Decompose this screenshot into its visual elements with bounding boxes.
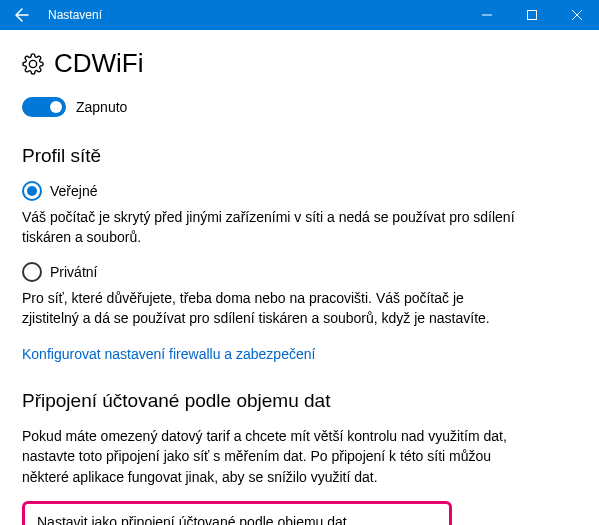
profile-private-desc: Pro síť, které důvěřujete, třeba doma ne… (22, 288, 522, 329)
window-title: Nastavení (44, 0, 464, 30)
maximize-button[interactable] (509, 0, 554, 30)
content-area: CDWiFi Zapnuto Profil sítě Veřejné Váš p… (0, 30, 599, 525)
titlebar: Nastavení (0, 0, 599, 30)
minimize-button[interactable] (464, 0, 509, 30)
gear-icon (22, 53, 44, 75)
close-button[interactable] (554, 0, 599, 30)
metered-heading: Připojení účtované podle objemu dat (22, 390, 577, 412)
profile-public-desc: Váš počítač je skrytý před jinými zaříze… (22, 207, 522, 248)
metered-toggle-title: Nastavit jako připojení účtované podle o… (37, 514, 437, 525)
firewall-settings-link[interactable]: Konfigurovat nastavení firewallu a zabez… (22, 346, 315, 362)
maximize-icon (527, 10, 537, 20)
minimize-icon (482, 10, 492, 20)
profile-public-radio[interactable] (22, 181, 42, 201)
profile-private-radio[interactable] (22, 262, 42, 282)
back-button[interactable] (0, 0, 44, 30)
profile-private-label: Privátní (50, 264, 97, 280)
svg-rect-1 (527, 11, 536, 20)
page-title: CDWiFi (54, 48, 144, 79)
profile-public-row[interactable]: Veřejné (22, 181, 577, 201)
profile-private-row[interactable]: Privátní (22, 262, 577, 282)
metered-toggle-highlight: Nastavit jako připojení účtované podle o… (22, 501, 452, 525)
profile-public-label: Veřejné (50, 183, 97, 199)
network-profile-heading: Profil sítě (22, 145, 577, 167)
metered-desc: Pokud máte omezený datový tarif a chcete… (22, 426, 522, 487)
window-controls (464, 0, 599, 30)
wifi-enabled-toggle-row: Zapnuto (22, 97, 577, 117)
arrow-left-icon (14, 7, 30, 23)
wifi-enabled-toggle[interactable] (22, 97, 66, 117)
wifi-enabled-label: Zapnuto (76, 99, 127, 115)
close-icon (572, 10, 582, 20)
page-header: CDWiFi (22, 48, 577, 79)
